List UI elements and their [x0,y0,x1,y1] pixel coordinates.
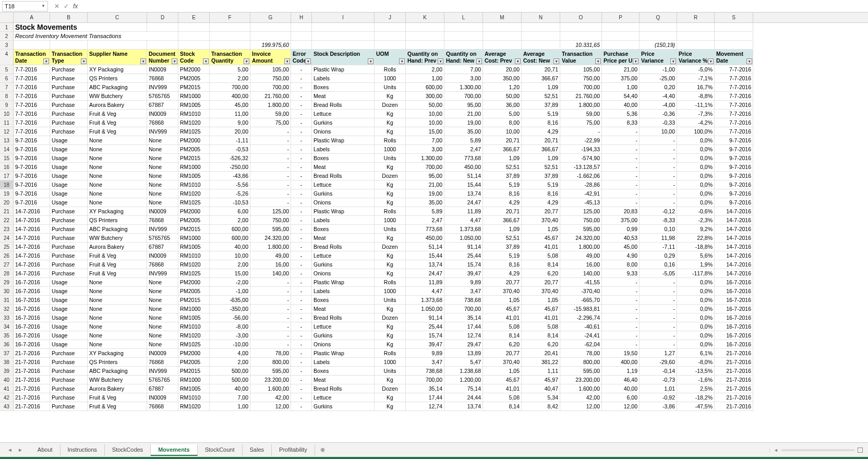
table-cell[interactable]: 0,0% [677,322,715,331]
table-cell[interactable]: 9-7-2016 [715,189,753,198]
row-header[interactable]: 28 [0,269,14,278]
table-cell[interactable]: Usage [50,189,88,198]
table-cell[interactable]: -194,33 [560,145,602,154]
table-cell[interactable]: 16-7-2016 [715,322,753,331]
table-cell[interactable]: 24,47 [444,198,483,207]
table-cell[interactable]: Kg [375,305,406,313]
table-cell[interactable]: Labels [312,287,375,296]
table-cell[interactable]: Gurkins [312,402,375,411]
table-cell[interactable]: Lettuce [312,251,375,260]
table-cell[interactable]: 700,00 [406,163,444,172]
table-cell[interactable]: 4,29 [483,198,522,207]
table-cell[interactable]: -8,33 [640,216,677,225]
table-cell[interactable]: 0,0% [677,163,715,172]
table-cell[interactable]: 3,00 [406,145,444,154]
column-header[interactable]: E [178,13,210,22]
table-cell[interactable]: 78,00 [560,349,602,358]
table-cell[interactable]: 350,00 [483,74,522,83]
table-cell[interactable]: Plastic Wrap [312,278,375,287]
table-header[interactable]: Invoice Amount▾ [250,50,291,65]
table-cell[interactable]: 21-7-2016 [14,349,50,358]
table-cell[interactable]: Boxes [312,296,375,305]
table-cell[interactable]: Usage [50,278,88,287]
table-cell[interactable]: 14-7-2016 [14,269,50,278]
table-cell[interactable]: WW Butchery [88,376,147,384]
table-cell[interactable]: Units [375,154,406,163]
table-cell[interactable]: 1,00 [210,402,250,411]
column-header[interactable]: A [14,13,50,22]
table-cell[interactable]: 20,00 [210,127,250,136]
row-header[interactable]: 38 [0,358,14,367]
table-cell[interactable]: Usage [50,180,88,189]
table-cell[interactable]: 14-7-2016 [715,207,753,216]
table-cell[interactable]: 16-7-2016 [715,296,753,305]
row-header[interactable]: 18 [0,180,14,189]
table-cell[interactable]: -0,92 [640,393,677,402]
filter-dropdown-icon[interactable]: ▾ [43,58,49,64]
table-cell[interactable]: - [250,127,291,136]
row-header[interactable]: 43 [0,402,14,411]
table-cell[interactable]: 5,00 [483,110,522,118]
table-cell[interactable]: - [291,278,312,287]
table-cell[interactable]: 9-7-2016 [715,198,753,207]
table-cell[interactable]: 41,01 [522,313,560,322]
table-cell[interactable]: 19,00 [406,189,444,198]
table-cell[interactable]: 5,08 [483,393,522,402]
sheet-tab[interactable]: StockCount [198,444,243,456]
table-cell[interactable]: RM1010 [178,322,210,331]
table-cell[interactable]: 700,00 [444,92,483,101]
table-cell[interactable]: Fruit & Veg [88,393,147,402]
table-cell[interactable]: RM1020 [178,402,210,411]
table-cell[interactable]: -4,00 [640,101,677,110]
table-cell[interactable]: 14-7-2016 [14,234,50,243]
table-cell[interactable]: Purchase [50,207,88,216]
table-header[interactable]: Price Variance▾ [640,50,677,65]
table-cell[interactable]: Kg [375,322,406,331]
table-cell[interactable]: 21-7-2016 [715,376,753,384]
row-header[interactable]: 10 [0,110,14,118]
table-cell[interactable]: 21-7-2016 [715,349,753,358]
table-cell[interactable]: 0,0% [677,331,715,340]
table-cell[interactable]: - [602,136,640,145]
filter-dropdown-icon[interactable]: ▾ [203,58,209,64]
table-cell[interactable]: -45,13 [560,198,602,207]
row-header[interactable]: 27 [0,260,14,269]
table-cell[interactable]: 100,0% [677,127,715,136]
table-cell[interactable]: 366,67 [483,216,522,225]
table-cell[interactable]: 595,00 [560,225,602,234]
table-cell[interactable]: 52,51 [522,163,560,172]
table-cell[interactable]: 9-7-2016 [14,180,50,189]
table-cell[interactable]: -0,14 [640,367,677,376]
table-cell[interactable]: 14-7-2016 [715,243,753,251]
table-cell[interactable]: 95,00 [444,101,483,110]
table-header[interactable]: Transaction Quantity▾ [210,50,250,65]
table-cell[interactable]: 20,71 [522,136,560,145]
table-cell[interactable]: 12,00 [250,402,291,411]
table-cell[interactable]: Kg [375,340,406,349]
table-cell[interactable]: 40,53 [602,234,640,243]
row-header[interactable]: 37 [0,349,14,358]
table-cell[interactable]: - [640,180,677,189]
table-cell[interactable]: 0,0% [677,172,715,180]
table-cell[interactable]: Meat [312,305,375,313]
table-cell[interactable]: -42,91 [560,189,602,198]
table-cell[interactable]: 14-7-2016 [14,260,50,269]
table-cell[interactable]: IN0009 [147,207,178,216]
table-cell[interactable]: - [291,198,312,207]
table-cell[interactable]: -25,00 [640,74,677,83]
table-cell[interactable]: 16-7-2016 [14,287,50,296]
table-cell[interactable]: 19,50 [602,349,640,358]
table-cell[interactable]: RM1025 [178,269,210,278]
table-cell[interactable]: - [291,234,312,243]
table-cell[interactable]: 1,19 [602,367,640,376]
cell[interactable] [210,41,250,50]
table-cell[interactable]: Plastic Wrap [312,136,375,145]
table-header[interactable]: Purchase Price per U▾ [602,50,640,65]
table-cell[interactable]: RM1010 [178,110,210,118]
table-cell[interactable]: RM1010 [178,251,210,260]
table-cell[interactable]: - [291,74,312,83]
table-cell[interactable]: 16-7-2016 [14,331,50,340]
table-cell[interactable]: -574,90 [560,154,602,163]
table-cell[interactable]: -5,0% [677,65,715,74]
table-cell[interactable]: - [291,349,312,358]
